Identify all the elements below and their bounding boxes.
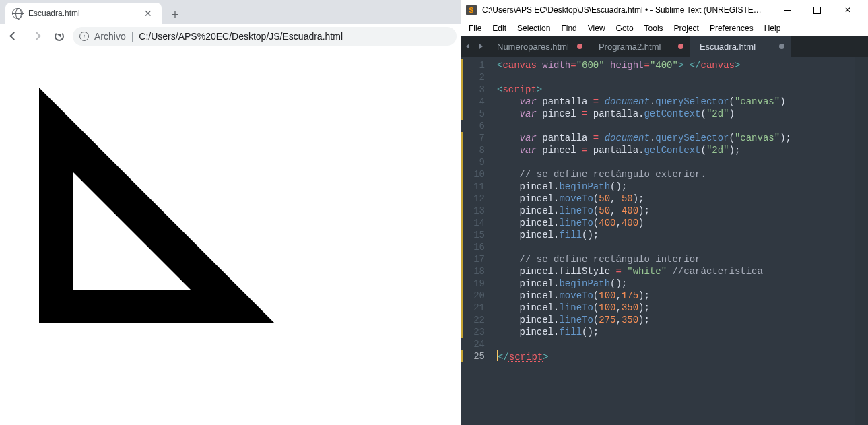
modified-dot-icon[interactable]: [577, 44, 582, 49]
code-line: var pincel = pantalla.getContext("2d"): [497, 108, 868, 120]
menu-find[interactable]: Find: [556, 20, 582, 36]
gutter: 1234567891011121314151617181920212223242…: [461, 57, 492, 425]
code-area[interactable]: <canvas width="600" height="400"> </canv…: [492, 57, 868, 425]
menu-file[interactable]: File: [463, 20, 487, 36]
line-number: 5: [461, 108, 485, 120]
sublime-window: S C:\Users\APS EC\Desktop\JS\Escuadra.ht…: [461, 0, 868, 425]
menu-selection[interactable]: Selection: [512, 20, 556, 36]
tab-nav-prev[interactable]: [461, 36, 474, 57]
address-bar[interactable]: i Archivo | C:/Users/APS%20EC/Desktop/JS…: [73, 27, 457, 46]
code-line: // se define rectángulo exterior.: [497, 168, 868, 181]
code-line: [497, 71, 868, 84]
page-canvas: [5, 54, 409, 323]
menubar: FileEditSelectionFindViewGotoToolsProjec…: [461, 20, 868, 36]
omnibox-url: C:/Users/APS%20EC/Desktop/JS/Escuadra.ht…: [139, 31, 343, 42]
line-number: 9: [461, 156, 485, 168]
page-viewport: [0, 48, 461, 425]
reload-icon: [55, 32, 64, 41]
omnibox-scheme: Archivo: [94, 31, 126, 42]
editor-tab-label: Programa2.html: [599, 42, 661, 52]
line-number: 18: [461, 265, 485, 277]
menu-help[interactable]: Help: [759, 20, 787, 36]
browser-toolbar: i Archivo | C:/Users/APS%20EC/Desktop/JS…: [0, 24, 461, 48]
code-line: var pantalla = document.querySelector("c…: [497, 132, 868, 144]
close-button[interactable]: [832, 0, 863, 20]
code-line: <script>: [497, 84, 868, 96]
code-line: pincel.beginPath();: [497, 277, 868, 290]
line-number: 19: [461, 277, 485, 290]
line-number: 7: [461, 132, 485, 144]
tab-nav-next[interactable]: [474, 36, 488, 57]
modification-marker: [461, 350, 463, 362]
maximize-button[interactable]: [802, 0, 832, 20]
titlebar[interactable]: S C:\Users\APS EC\Desktop\JS\Escuadra.ht…: [461, 0, 868, 20]
browser-tab-title: Escuadra.html: [28, 9, 136, 18]
menu-view[interactable]: View: [582, 20, 611, 36]
menu-tools[interactable]: Tools: [639, 20, 669, 36]
code-line: pincel.fill();: [497, 326, 868, 338]
line-number: 6: [461, 120, 485, 132]
line-number: 22: [461, 314, 485, 326]
menu-preferences[interactable]: Preferences: [704, 20, 759, 36]
modification-marker: [461, 132, 463, 338]
info-icon: i: [79, 32, 89, 41]
line-number: 11: [461, 181, 485, 193]
code-line: pincel.fillStyle = "white" //carácterist…: [497, 265, 868, 277]
code-line: pincel.fill();: [497, 229, 868, 241]
browser-tab[interactable]: Escuadra.html ✕: [5, 3, 162, 24]
editor-tab[interactable]: Escuadra.html: [690, 36, 791, 57]
code-line: pincel.moveTo(50, 50);: [497, 193, 868, 205]
line-number: 15: [461, 229, 485, 241]
editor-tab[interactable]: Programa2.html: [589, 36, 690, 57]
line-number: 1: [461, 59, 485, 71]
code-line: [497, 338, 868, 350]
modified-dot-icon[interactable]: [678, 44, 683, 49]
line-number: 2: [461, 71, 485, 84]
code-line: [497, 156, 868, 168]
close-icon[interactable]: ✕: [141, 7, 155, 20]
editor-tab-label: Escuadra.html: [700, 42, 756, 52]
line-number: 3: [461, 84, 485, 96]
forward-button[interactable]: [27, 27, 46, 46]
line-number: 25: [461, 350, 485, 362]
editor-tab[interactable]: Numeropares.html: [488, 36, 589, 57]
code-line: pincel.lineTo(100,350);: [497, 302, 868, 314]
code-line: </script>: [497, 350, 868, 362]
line-number: 8: [461, 144, 485, 156]
code-line: pincel.lineTo(400,400): [497, 217, 868, 229]
line-number: 17: [461, 253, 485, 265]
minimap[interactable]: [855, 57, 868, 425]
line-number: 16: [461, 241, 485, 253]
code-line: pincel.lineTo(50, 400);: [497, 205, 868, 217]
code-line: var pantalla = document.querySelector("c…: [497, 96, 868, 108]
window-title: C:\Users\APS EC\Desktop\JS\Escuadra.html…: [482, 5, 766, 15]
modified-dot-icon[interactable]: [779, 44, 784, 49]
line-number: 23: [461, 326, 485, 338]
menu-goto[interactable]: Goto: [611, 20, 639, 36]
code-line: [497, 120, 868, 132]
line-number: 13: [461, 205, 485, 217]
globe-icon: [12, 8, 23, 19]
code-line: pincel.moveTo(100,175);: [497, 290, 868, 302]
back-button[interactable]: [4, 27, 23, 46]
editor-body[interactable]: 1234567891011121314151617181920212223242…: [461, 57, 868, 425]
code-line: <canvas width="600" height="400"> </canv…: [497, 59, 868, 71]
line-number: 14: [461, 217, 485, 229]
editor-tab-label: Numeropares.html: [497, 42, 569, 52]
new-tab-button[interactable]: +: [166, 5, 185, 24]
code-line: pincel.lineTo(275,350);: [497, 314, 868, 326]
editor-tab-bar: Numeropares.htmlPrograma2.htmlEscuadra.h…: [461, 36, 868, 57]
line-number: 10: [461, 168, 485, 181]
line-number: 24: [461, 338, 485, 350]
modification-marker: [461, 59, 463, 120]
browser-window: Escuadra.html ✕ + i Archivo | C:/Users/A…: [0, 0, 461, 425]
menu-project[interactable]: Project: [669, 20, 704, 36]
browser-tab-strip: Escuadra.html ✕ +: [0, 0, 461, 24]
omnibox-separator: |: [131, 31, 134, 42]
menu-edit[interactable]: Edit: [487, 20, 512, 36]
reload-button[interactable]: [50, 27, 69, 46]
line-number: 12: [461, 193, 485, 205]
code-line: pincel.beginPath();: [497, 181, 868, 193]
minimize-button[interactable]: [772, 0, 802, 20]
code-line: // se define rectángulo interior: [497, 253, 868, 265]
